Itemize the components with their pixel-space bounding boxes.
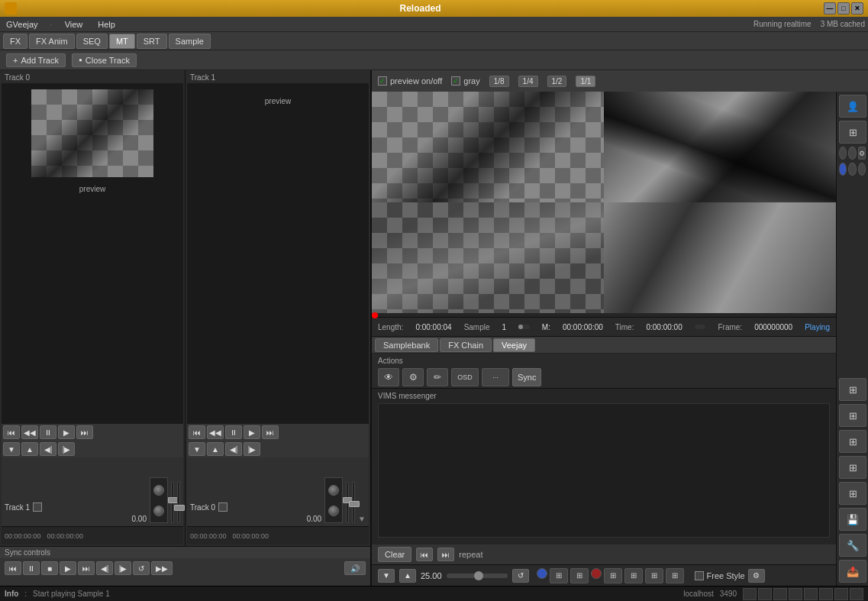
track1-fader2[interactable]: [352, 470, 355, 523]
preview-scale-1-4[interactable]: 1/4: [518, 76, 538, 87]
sync-btn-9[interactable]: ▶▶: [151, 561, 173, 575]
track1-btn-step-fwd[interactable]: |▶: [244, 442, 260, 456]
sync-btn-6[interactable]: ◀|: [96, 561, 113, 575]
preview-scale-1-1[interactable]: 1/1: [576, 76, 595, 87]
action-osd-btn[interactable]: OSD: [451, 368, 479, 386]
track1-btn-up[interactable]: ▲: [207, 442, 224, 456]
action-eye-btn[interactable]: 👁: [378, 368, 399, 386]
sync-btn-2[interactable]: ⏸: [23, 561, 40, 575]
sample-bar[interactable]: [518, 325, 530, 329]
rs-btn-bottom2[interactable]: ⊞: [839, 404, 866, 427]
tab-mt[interactable]: MT: [109, 34, 135, 49]
track0-checkbox[interactable]: [33, 502, 42, 512]
action-dots-btn[interactable]: ···: [482, 368, 509, 386]
rs-circle-3[interactable]: [848, 163, 856, 176]
bottom-btn-prev[interactable]: ⏮: [416, 548, 433, 561]
rs-btn-grid[interactable]: ⊞: [839, 121, 866, 144]
track0-btn-step-back[interactable]: ◀|: [40, 442, 56, 456]
circle-red[interactable]: [591, 568, 602, 579]
tab-fx-chain[interactable]: FX Chain: [440, 338, 492, 352]
track0-fader2[interactable]: [177, 470, 180, 523]
rs-btn-bottom3[interactable]: ⊞: [839, 430, 866, 453]
rs-circle-2[interactable]: [848, 147, 856, 160]
tab-srt[interactable]: SRT: [137, 34, 167, 49]
tab-fx[interactable]: FX: [3, 34, 27, 49]
rs-btn-export[interactable]: 📤: [839, 560, 866, 583]
bottom-icon-3[interactable]: ⊞: [604, 568, 622, 583]
tab-veejay[interactable]: Veejay: [493, 338, 535, 352]
freestyle-checkbox[interactable]: [695, 571, 704, 580]
menu-help[interactable]: Help: [95, 18, 118, 31]
track1-btn-down[interactable]: ▼: [189, 442, 205, 456]
track1-checkbox[interactable]: [218, 502, 227, 512]
bottom-btn-next[interactable]: ⏭: [437, 548, 454, 561]
clear-button[interactable]: Clear: [378, 547, 411, 562]
track0-btn-next[interactable]: ⏭: [76, 425, 93, 439]
track1-fader[interactable]: [346, 470, 349, 523]
track1-btn-rew[interactable]: ◀◀: [207, 425, 224, 439]
track1-btn-prev[interactable]: ⏮: [189, 425, 205, 439]
sync-btn-4[interactable]: ▶: [60, 561, 76, 575]
bottom-icon-1[interactable]: ⊞: [550, 568, 568, 583]
sync-btn-5[interactable]: ⏭: [78, 561, 95, 575]
rs-small-gear[interactable]: ⚙: [858, 147, 866, 160]
track0-eq-knob2[interactable]: [153, 506, 164, 516]
track1-btn-step-back[interactable]: ◀|: [225, 442, 242, 456]
action-gear-btn[interactable]: ⚙: [402, 368, 424, 386]
action-pencil-btn[interactable]: ✏: [427, 368, 448, 386]
preview-gray-checkbox[interactable]: [451, 76, 460, 86]
bottom-icon-5[interactable]: ⊞: [645, 568, 663, 583]
track1-btn-pause[interactable]: ⏸: [225, 425, 242, 439]
speed-down-btn[interactable]: ▼: [378, 569, 395, 583]
track0-btn-prev[interactable]: ⏮: [3, 425, 20, 439]
rs-circle-4[interactable]: [858, 163, 866, 176]
track0-btn-play[interactable]: ▶: [58, 425, 75, 439]
rs-btn-bottom5[interactable]: ⊞: [839, 482, 866, 505]
sync-btn-7[interactable]: |▶: [115, 561, 131, 575]
speed-refresh-btn[interactable]: ↺: [512, 569, 529, 583]
circle-blue[interactable]: [537, 568, 547, 579]
vims-input-area[interactable]: [378, 403, 830, 538]
preview-scale-1-8[interactable]: 1/8: [489, 76, 509, 87]
tab-samplebank[interactable]: Samplebank: [375, 338, 438, 352]
close-button[interactable]: ✕: [851, 2, 863, 15]
tab-sample[interactable]: Sample: [169, 34, 211, 49]
bottom-icon-4[interactable]: ⊞: [624, 568, 643, 583]
track1-eq-knob1[interactable]: [328, 485, 339, 496]
bottom-icon-2[interactable]: ⊞: [570, 568, 589, 583]
rs-btn-wrench[interactable]: 🔧: [839, 534, 866, 557]
track0-btn-up[interactable]: ▲: [21, 442, 38, 456]
track1-btn-play[interactable]: ▶: [244, 425, 260, 439]
maximize-button[interactable]: □: [837, 2, 850, 15]
sync-speaker[interactable]: 🔊: [344, 561, 366, 575]
bottom-icon-6[interactable]: ⊞: [666, 568, 684, 583]
rs-btn-bottom1[interactable]: ⊞: [839, 378, 866, 401]
time-bar[interactable]: [695, 325, 706, 329]
sync-btn-3[interactable]: ■: [41, 561, 58, 575]
add-track-button[interactable]: + Add Track: [6, 53, 66, 67]
freestyle-btn[interactable]: ⚙: [748, 569, 765, 583]
close-track-button[interactable]: ● Close Track: [72, 53, 137, 67]
track0-fader[interactable]: [171, 470, 174, 523]
rs-btn-save[interactable]: 💾: [839, 508, 866, 531]
track0-btn-step-fwd[interactable]: |▶: [58, 442, 75, 456]
preview-scale-1-2[interactable]: 1/2: [547, 76, 567, 87]
track0-btn-down[interactable]: ▼: [3, 442, 20, 456]
menu-gveejay[interactable]: GVeejay: [3, 18, 41, 31]
menu-view[interactable]: View: [62, 18, 86, 31]
rs-btn-person[interactable]: 👤: [839, 95, 866, 118]
track1-btn-next[interactable]: ⏭: [262, 425, 279, 439]
track1-eq-knob2[interactable]: [328, 506, 339, 516]
rs-circle-1[interactable]: [839, 147, 847, 160]
preview-onoff-checkbox[interactable]: [378, 76, 387, 86]
track0-btn-rew[interactable]: ◀◀: [21, 425, 38, 439]
action-sync-btn[interactable]: Sync: [512, 368, 541, 386]
tab-fx-anim[interactable]: FX Anim: [29, 34, 75, 49]
track0-btn-pause[interactable]: ⏸: [40, 425, 56, 439]
tab-seq[interactable]: SEQ: [76, 34, 108, 49]
speed-slider[interactable]: [447, 574, 508, 578]
rs-circle-blue[interactable]: [839, 163, 847, 176]
sync-btn-8[interactable]: ↺: [133, 561, 150, 575]
sync-btn-1[interactable]: ⏮: [5, 561, 21, 575]
minimize-button[interactable]: —: [824, 2, 836, 15]
